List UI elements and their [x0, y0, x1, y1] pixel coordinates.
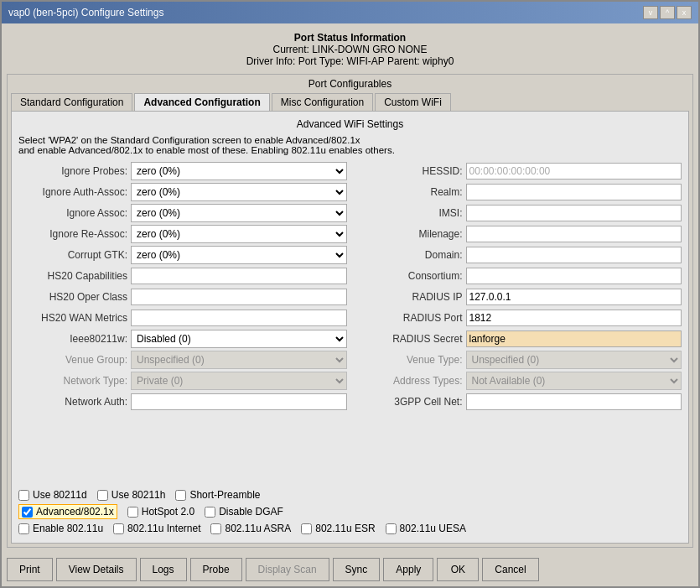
- venue-type-select[interactable]: Unspecified (0): [466, 351, 682, 369]
- milenage-input[interactable]: [466, 226, 682, 242]
- 802-11u-esr-checkbox[interactable]: [301, 523, 312, 534]
- tab-content-title: Advanced WiFi Settings: [18, 118, 682, 130]
- right-column: HESSID: Realm: IMSI: Milenage:: [354, 162, 682, 484]
- radius-port-label: RADIUS Port: [354, 312, 463, 324]
- tab-misc-configuration[interactable]: Misc Configuration: [272, 93, 373, 111]
- maximize-button[interactable]: ^: [660, 6, 675, 19]
- checkboxes-row-2: Advanced/802.1x HotSpot 2.0 Disable DGAF: [18, 502, 682, 521]
- hessid-row: HESSID:: [354, 162, 682, 180]
- tab-custom-wifi[interactable]: Custom WiFi: [375, 93, 451, 111]
- hs20-wan-metrics-label: HS20 WAN Metrics: [18, 312, 127, 324]
- 3gpp-cell-net-label: 3GPP Cell Net:: [354, 396, 463, 408]
- imsi-input[interactable]: [466, 205, 682, 221]
- milenage-label: Milenage:: [354, 228, 463, 240]
- cancel-button[interactable]: Cancel: [482, 558, 538, 581]
- tab-content-advanced: Advanced WiFi Settings Select 'WPA2' on …: [11, 111, 689, 544]
- 3gpp-cell-net-input[interactable]: [466, 393, 682, 410]
- minimize-button[interactable]: v: [643, 6, 658, 19]
- short-preamble-item: Short-Preamble: [175, 489, 260, 501]
- ignore-assoc-select[interactable]: zero (0%): [131, 204, 347, 222]
- ieee80211w-select[interactable]: Disabled (0): [131, 330, 347, 348]
- ignore-re-assoc-select[interactable]: zero (0%): [131, 225, 347, 243]
- short-preamble-checkbox[interactable]: [175, 490, 186, 501]
- advanced-802-1x-item: Advanced/802.1x: [18, 504, 117, 519]
- network-type-select[interactable]: Private (0): [131, 372, 347, 390]
- radius-ip-label: RADIUS IP: [354, 291, 463, 303]
- display-scan-button[interactable]: Display Scan: [246, 558, 329, 581]
- driver-info-row: Driver Info: Port Type: WIFI-AP Parent: …: [7, 55, 693, 67]
- network-auth-input[interactable]: [131, 393, 347, 410]
- imsi-row: IMSI:: [354, 204, 682, 222]
- hotspot-2-label: HotSpot 2.0: [142, 506, 194, 518]
- 802-11u-uesa-label: 802.11u UESA: [400, 523, 466, 534]
- 802-11u-internet-item: 802.11u Internet: [113, 523, 200, 534]
- use-80211h-item: Use 80211h: [97, 489, 166, 501]
- sync-button[interactable]: Sync: [333, 558, 381, 581]
- domain-row: Domain:: [354, 246, 682, 264]
- apply-button[interactable]: Apply: [383, 558, 433, 581]
- corrupt-gtk-label: Corrupt GTK:: [18, 249, 127, 261]
- advanced-802-1x-checkbox[interactable]: [22, 507, 33, 518]
- print-button[interactable]: Print: [7, 558, 53, 581]
- hs20-wan-metrics-input[interactable]: [131, 310, 347, 326]
- tab-advanced-configuration[interactable]: Advanced Configuration: [134, 93, 269, 111]
- realm-input[interactable]: [466, 184, 682, 200]
- disable-dgaf-item: Disable DGAF: [205, 506, 283, 518]
- current-info-row: Current: LINK-DOWN GRO NONE: [7, 44, 693, 55]
- corrupt-gtk-select[interactable]: zero (0%): [131, 246, 347, 264]
- hs20-oper-class-input[interactable]: [131, 289, 347, 305]
- enable-802-11u-item: Enable 802.11u: [18, 523, 103, 534]
- view-details-button[interactable]: View Details: [56, 558, 137, 581]
- bottom-buttons: Print View Details Logs Probe Display Sc…: [2, 553, 698, 586]
- 802-11u-uesa-checkbox[interactable]: [386, 523, 397, 534]
- 802-11u-esr-label: 802.11u ESR: [315, 523, 375, 534]
- 802-11u-esr-item: 802.11u ESR: [301, 523, 375, 534]
- tab-standard-configuration[interactable]: Standard Configuration: [11, 93, 132, 111]
- consortium-input[interactable]: [466, 268, 682, 284]
- 802-11u-uesa-item: 802.11u UESA: [386, 523, 466, 534]
- realm-row: Realm:: [354, 183, 682, 201]
- tabs-row: Standard Configuration Advanced Configur…: [11, 93, 689, 111]
- advanced-802-1x-label: Advanced/802.1x: [36, 506, 114, 518]
- hotspot-2-checkbox[interactable]: [127, 507, 138, 518]
- current-label: Current:: [272, 44, 309, 55]
- radius-ip-input[interactable]: [466, 289, 682, 305]
- domain-input[interactable]: [466, 247, 682, 263]
- radius-port-input[interactable]: [466, 310, 682, 326]
- use-80211d-checkbox[interactable]: [18, 490, 29, 501]
- enable-802-11u-checkbox[interactable]: [18, 523, 29, 534]
- ignore-probes-select[interactable]: zero (0%): [131, 162, 347, 180]
- driver-value: Port Type: WIFI-AP Parent: wiphy0: [298, 55, 454, 67]
- use-80211h-label: Use 80211h: [111, 489, 166, 501]
- use-80211d-item: Use 80211d: [18, 489, 87, 501]
- hs20-capabilities-input[interactable]: [131, 268, 347, 284]
- hessid-input[interactable]: [466, 163, 682, 180]
- radius-port-row: RADIUS Port: [354, 309, 682, 327]
- left-column: Ignore Probes: zero (0%) Ignore Auth-Ass…: [18, 162, 347, 484]
- address-types-select[interactable]: Not Available (0): [466, 372, 682, 390]
- logs-button[interactable]: Logs: [140, 558, 187, 581]
- close-button[interactable]: x: [677, 6, 692, 19]
- hs20-oper-class-row: HS20 Oper Class: [18, 288, 347, 306]
- checkboxes-row-3: Enable 802.11u 802.11u Internet 802.11u …: [18, 521, 682, 536]
- ignore-auth-assoc-select[interactable]: zero (0%): [131, 183, 347, 201]
- venue-group-select[interactable]: Unspecified (0): [131, 351, 347, 369]
- radius-secret-input[interactable]: [466, 330, 682, 347]
- 802-11u-internet-checkbox[interactable]: [113, 523, 124, 534]
- address-types-label: Address Types:: [354, 375, 463, 387]
- venue-group-label: Venue Group:: [18, 354, 127, 366]
- disable-dgaf-checkbox[interactable]: [205, 507, 215, 518]
- hs20-capabilities-row: HS20 Capabilities: [18, 267, 347, 285]
- network-auth-row: Network Auth:: [18, 393, 347, 411]
- port-configurables-title: Port Configurables: [11, 78, 689, 90]
- ignore-auth-assoc-row: Ignore Auth-Assoc: zero (0%): [18, 183, 347, 201]
- ok-button[interactable]: OK: [437, 558, 479, 581]
- use-80211h-checkbox[interactable]: [97, 490, 108, 501]
- 802-11u-asra-label: 802.11u ASRA: [225, 523, 291, 534]
- imsi-label: IMSI:: [354, 207, 463, 219]
- network-type-label: Network Type:: [18, 375, 127, 387]
- probe-button[interactable]: Probe: [190, 558, 242, 581]
- 802-11u-asra-checkbox[interactable]: [210, 523, 221, 534]
- hotspot-2-item: HotSpot 2.0: [127, 506, 194, 518]
- radius-secret-row: RADIUS Secret: [354, 330, 682, 348]
